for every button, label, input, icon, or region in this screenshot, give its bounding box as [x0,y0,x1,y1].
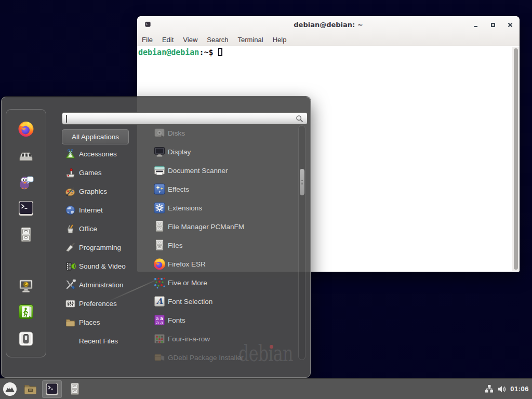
favorite-pidgin-icon[interactable] [18,174,34,190]
category-label: Administration [79,281,124,289]
category-recent-files[interactable]: Recent Files [62,331,149,350]
favorite-firefox-icon[interactable] [18,121,34,137]
svg-text:a: a [160,320,163,325]
app-item-display[interactable]: Display [151,142,295,161]
app-label: Four-in-a-row [168,335,210,343]
category-label: Accessories [79,150,117,158]
file-cabinet-icon [68,382,82,396]
app-item-extensions[interactable]: Extensions [151,198,295,217]
app-item-font-selection[interactable]: A Font Selection [151,292,295,311]
app-item-disks[interactable]: Disks [151,124,295,142]
category-internet[interactable]: Internet [62,201,149,219]
text-caret [66,115,67,123]
terminal-window-button[interactable] [42,380,62,398]
graphics-icon [65,186,76,197]
shell-prompt: debian@debian:~$ [138,48,218,58]
app-item-files[interactable]: Files [151,236,295,255]
disks-icon [153,127,166,139]
file-browser-launcher[interactable] [20,380,40,398]
terminal-titlebar[interactable]: debian@debian: ~ [137,16,520,33]
bottom-panel: 01:06 [0,378,532,399]
menu-help[interactable]: Help [268,33,291,46]
app-item-gdebi[interactable]: GDebi Package Installer [151,348,295,367]
category-places[interactable]: Places [62,313,149,331]
app-label: Disks [168,129,185,137]
panel-launchers [0,379,85,399]
menu-edit[interactable]: Edit [157,33,178,46]
category-preferences[interactable]: Preferences [62,294,149,313]
games-icon [65,167,76,178]
category-label: Places [79,318,100,326]
category-accessories[interactable]: Accessories [62,144,149,163]
network-icon[interactable] [485,384,494,393]
app-item-four-in-a-row[interactable]: Four-in-a-row [151,329,295,348]
app-item-firefox-esr[interactable]: Firefox ESR [151,255,295,273]
gdebi-icon [153,351,166,364]
shutdown-icon[interactable] [18,330,34,347]
terminal-scrollbar[interactable] [512,47,519,271]
category-games[interactable]: Games [62,163,149,182]
app-item-effects[interactable]: Effects [151,180,295,198]
lock-screen-icon[interactable] [18,277,34,294]
extensions-icon [153,202,166,214]
logout-icon[interactable] [18,303,34,320]
category-sound-video[interactable]: Sound & Video [62,257,149,275]
category-graphics[interactable]: Graphics [62,182,149,201]
app-label: Fonts [168,316,185,324]
close-button[interactable] [506,20,514,29]
effects-icon [153,183,166,195]
app-item-five-or-more[interactable]: Five or More [151,273,295,292]
app-label: Document Scanner [168,167,228,175]
document-scanner-icon [153,164,166,177]
app-label: GDebi Package Installer [168,354,244,362]
clock[interactable]: 01:06 [510,385,529,393]
menu-search[interactable]: Search [202,33,233,46]
category-office[interactable]: Office [62,219,149,238]
sound-video-icon [65,261,76,272]
accessories-icon [65,149,76,159]
favorite-packages-icon[interactable] [18,147,34,164]
menu-view[interactable]: View [178,33,202,46]
app-label: Font Selection [168,298,212,305]
terminal-headerbar[interactable]: debian@debian: ~ File Edit View [137,16,520,46]
menu-file[interactable]: File [137,33,157,46]
places-icon [65,317,76,328]
maximize-button[interactable] [488,20,497,29]
file-manager-launcher[interactable] [65,380,85,398]
files-icon [153,239,166,251]
terminal-window-title: debian@debian: ~ [137,16,520,33]
all-applications-button[interactable]: All Applications [62,129,129,144]
category-label: Internet [79,206,103,214]
app-item-file-manager-pcmanfm[interactable]: File Manager PCManFM [151,217,295,236]
category-list: Accessories Games [62,144,149,350]
prompt-user-host: debian@debian [138,48,199,57]
volume-icon[interactable] [497,384,507,394]
menu-scrollbar-thumb[interactable] [300,169,304,195]
category-label: Graphics [79,188,107,195]
preferences-icon [65,298,76,309]
menu-scrollbar[interactable] [298,125,305,360]
all-applications-label: All Applications [72,133,119,141]
terminal-scrollbar-thumb[interactable] [514,48,518,270]
minimize-button[interactable] [471,20,480,29]
favorites-panel [6,109,46,357]
search-box[interactable] [62,112,308,125]
desktop: debian@debian: ~ File Edit View [0,0,532,399]
category-programming[interactable]: Programming [62,238,149,257]
app-label: Firefox ESR [168,260,206,268]
app-item-document-scanner[interactable]: Document Scanner [151,161,295,180]
folder-icon [23,382,37,396]
terminal-window-icon [145,21,151,28]
office-icon [65,223,76,234]
svg-text:a: a [156,320,158,325]
menu-button[interactable] [1,379,19,399]
app-item-fonts[interactable]: a a a a Fonts [151,311,295,329]
administration-icon [65,280,76,290]
favorite-terminal-icon[interactable] [18,200,34,217]
category-administration[interactable]: Administration [62,275,149,294]
search-input[interactable] [65,113,289,124]
terminal-icon [45,382,59,396]
menu-terminal[interactable]: Terminal [233,33,268,46]
category-label: Programming [79,244,121,251]
favorite-file-manager-icon[interactable] [18,227,34,243]
